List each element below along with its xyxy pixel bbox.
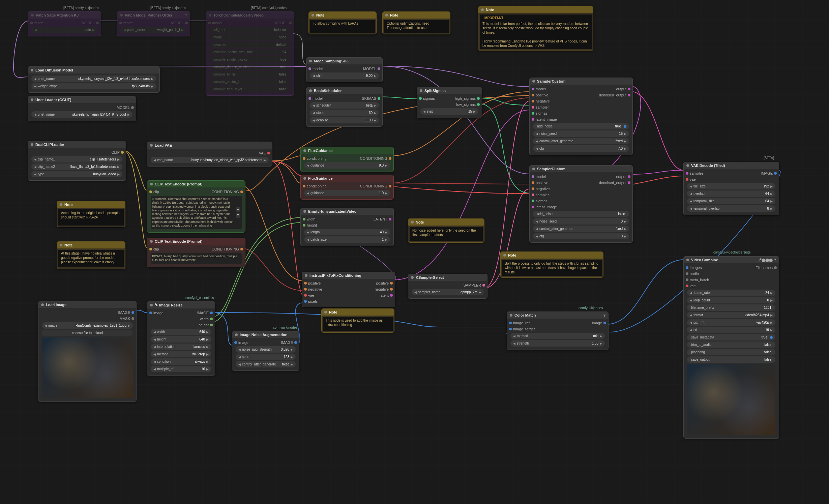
node-clip-neg[interactable]: CLIP Text Encode (Prompt) clipCONDITIONI… xyxy=(147,238,245,267)
node-image-resize[interactable]: ✎ Image Resize imageIMAGE width height ◀… xyxy=(147,301,215,376)
node-instruct-pix2pix[interactable]: InstructPixToPixConditioning positivepos… xyxy=(302,272,395,307)
up-arrow-icon[interactable]: ▲ xyxy=(236,207,240,212)
node-unet-loader[interactable]: Unet Loader (GGUF) MODEL ◀unet_nameskyre… xyxy=(28,96,136,121)
essentials-badge: comfyui_essentials xyxy=(185,296,214,300)
prompt-textarea[interactable]: FPS-24, blurry, bad quality video with b… xyxy=(151,253,242,264)
node-note-noise[interactable]: Note No noise added here, only the seed … xyxy=(408,218,484,243)
node-video-combine[interactable]: Video Combine🎤⬤⬤⬤? imagesFilenames audio… xyxy=(683,256,779,439)
kjnodes-badge: comfyui-kjnodes xyxy=(579,306,603,310)
beta-badge: [BETA] comfyui-kjnodes xyxy=(251,6,287,10)
node-note-fps[interactable]: Note According to the original code, pro… xyxy=(57,201,125,227)
node-note-lora[interactable]: Note To allow compiling with LoRAs xyxy=(308,11,377,34)
node-basic-scheduler[interactable]: BasicScheduler modelSIGMAS ◀schedulerbet… xyxy=(306,87,383,127)
node-note-split[interactable]: Note Split the process to only do half t… xyxy=(500,251,603,278)
node-ksampler-select[interactable]: KSamplerSelect SAMPLER ◀sampler_namedpmp… xyxy=(408,274,487,299)
node-note-extra[interactable]: Note This node is used to add the image … xyxy=(321,308,394,333)
node-note-neg[interactable]: Note At this stage I have no idea what's… xyxy=(57,241,125,269)
down-arrow-icon[interactable]: ▼ xyxy=(236,213,240,218)
choose-file-button[interactable]: choose file to upload xyxy=(42,330,133,336)
node-sampler-custom-1[interactable]: SamplerCustom modeloutput positivedenois… xyxy=(529,78,633,155)
node-patch-sage[interactable]: Patch Sage Attention KJ modelMODEL ◀auto… xyxy=(28,11,101,36)
node-flux-guidance-2[interactable]: FluxGuidance conditioningCONDITIONING ◀g… xyxy=(300,175,394,200)
beta-badge: [BETA] comfyui-kjnodes xyxy=(150,6,186,10)
image-preview xyxy=(42,337,133,398)
node-vae-decode[interactable]: VAE Decode (Tiled) samplesIMAGE vae ◀til… xyxy=(683,162,779,215)
node-load-image[interactable]: Load Image IMAGE MASK ◀imageRunComfy_exa… xyxy=(38,301,137,402)
node-image-noise-aug[interactable]: Image Noise Augmentation imageIMAGE ◀noi… xyxy=(232,331,299,371)
node-torch-compile[interactable]: TorchCompileModelHyVideo modelMODEL full… xyxy=(206,11,294,96)
node-note-important[interactable]: Note !IMPORTANT! This model is far from … xyxy=(478,6,593,51)
node-patch-model[interactable]: Patch Model Patcher Order? modelMODEL ◀p… xyxy=(117,11,190,36)
vhs-badge: comfyui-videohelpersuite xyxy=(713,250,751,254)
node-flux-guidance-1[interactable]: FluxGuidance conditioningCONDITIONING ◀g… xyxy=(300,147,394,172)
node-color-match[interactable]: Color Match? image_refimage image_target… xyxy=(507,312,609,350)
node-load-diffusion[interactable]: Load Diffusion Model ◀unet_nameskyreels_… xyxy=(28,66,160,93)
beta-badge: [BETA] comfyui-kjnodes xyxy=(63,6,99,10)
kjnodes-badge: comfyui-kjnodes xyxy=(273,326,297,329)
node-dual-clip[interactable]: DualCLIPLoader CLIP ◀clip_name1clip_l.sa… xyxy=(28,141,126,181)
prompt-textarea[interactable]: A dramatic, cinematic shot captures a te… xyxy=(151,196,242,229)
node-split-sigmas[interactable]: SplitSigmas sigmashigh_sigmas low_sigmas… xyxy=(417,87,482,118)
node-clip-pos[interactable]: CLIP Text Encode (Prompt) clipCONDITIONI… xyxy=(147,180,245,233)
node-empty-latent[interactable]: EmptyHunyuanLatentVideo widthLATENT heig… xyxy=(300,208,394,246)
node-model-sampling[interactable]: ModelSamplingSD3 modelMODEL ◀shift9.00▶ xyxy=(306,57,383,82)
node-load-vae[interactable]: Load VAE VAE ◀vae_namehunyuan/hunyuan_vi… xyxy=(147,142,272,167)
node-note-triton[interactable]: Note Optional optimizations, need Triton… xyxy=(382,11,450,34)
video-preview xyxy=(687,364,775,435)
beta-badge: [BETA] xyxy=(764,156,774,160)
node-sampler-custom-2[interactable]: SamplerCustom modeloutput positivedenois… xyxy=(529,165,633,243)
